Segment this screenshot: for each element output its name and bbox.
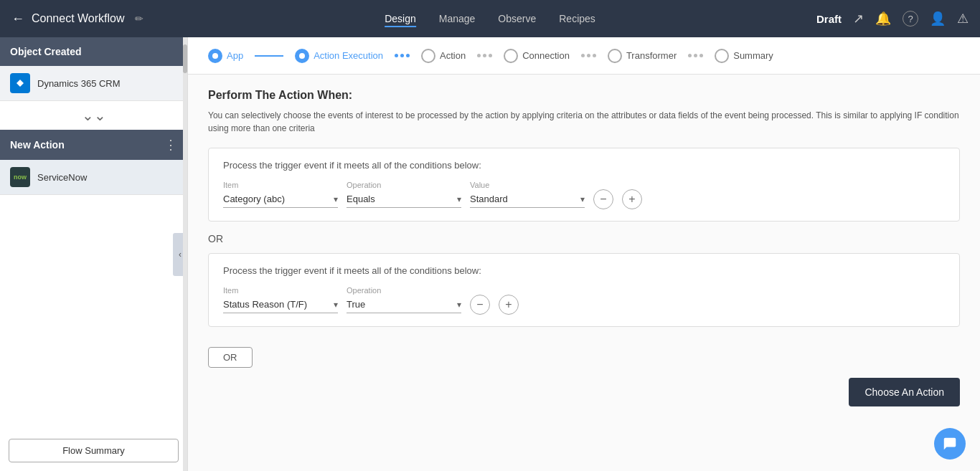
trigger-app-item[interactable]: Dynamics 365 CRM [0,66,187,101]
or-separator: OR [208,233,960,244]
item-label-2: Item [223,286,338,295]
form-area: Perform The Action When: You can selecti… [188,75,980,471]
servicenow-icon: now [10,167,30,187]
trigger-title: Object Created [10,46,82,57]
remove-condition-2[interactable]: − [470,295,490,315]
item-arrow-1: ▾ [334,194,338,204]
workflow-title-label: Connect Workflow [32,12,125,25]
step-dots-4 [581,54,596,57]
dot [477,54,481,57]
add-condition-2[interactable]: + [499,295,519,315]
dot [395,54,398,57]
chevron-area: ⌄⌄ [0,101,187,130]
dot [694,54,697,57]
back-icon: ← [11,11,24,27]
choose-action-button[interactable]: Choose An Action [849,378,960,406]
condition-box-2: Process the trigger event if it meets al… [208,253,960,327]
warning-icon[interactable]: ⚠ [957,11,969,27]
step-line-1 [255,55,283,57]
step-circle-summary [715,49,729,63]
step-action-execution[interactable]: Action Execution [286,37,392,74]
operation-dropdown-2[interactable]: True ▾ [347,296,461,313]
tab-observe[interactable]: Observe [498,10,536,27]
condition-box-1: Process the trigger event if it meets al… [208,148,960,222]
tab-recipes[interactable]: Recipes [559,10,595,27]
item-arrow-2: ▾ [334,300,338,310]
action-app-item[interactable]: now ServiceNow [0,160,187,195]
step-summary[interactable]: Summary [706,37,782,74]
top-nav: ← Object Created Connect Workflow ✏ Desi… [0,0,980,37]
svg-point-0 [212,53,218,59]
svg-point-1 [299,53,305,59]
step-label-app: App [227,50,243,61]
external-link-icon[interactable]: ↗ [853,11,864,27]
dot [587,54,590,57]
value-text-1: Standard [470,194,576,204]
value-field-group-1: Value Standard ▾ [470,181,585,208]
back-button[interactable]: ← Object Created Connect Workflow ✏ [11,11,143,27]
value-label-1: Value [470,181,585,189]
step-label-trans: Transformer [626,50,677,61]
tab-manage[interactable]: Manage [439,10,476,27]
step-app[interactable]: App [199,37,252,74]
item-value-1: Category (abc) [223,194,329,204]
chat-bubble[interactable] [934,428,966,460]
user-icon[interactable]: 👤 [930,11,946,27]
step-circle-conn [504,49,518,63]
main-layout: Object Created Dynamics 365 CRM ⌄⌄ New A… [0,37,980,471]
sidebar-scrollbar[interactable] [183,37,187,471]
top-nav-right: Draft ↗ 🔔 ? 👤 ⚠ [816,11,969,27]
step-nav: App Action Execution Action [188,37,980,75]
sidebar: Object Created Dynamics 365 CRM ⌄⌄ New A… [0,37,188,471]
sidebar-scrollbar-thumb [183,44,187,73]
step-connection[interactable]: Connection [495,37,578,74]
condition-row-2: Item Status Reason (T/F) ▾ Operation Tru… [223,285,945,315]
action-block-header: New Action ⋮ [0,130,187,160]
operation-label-1: Operation [347,181,461,189]
step-transformer[interactable]: Transformer [599,37,685,74]
dynamics365-icon [10,73,30,93]
or-button[interactable]: OR [208,347,253,368]
step-circle-app [208,49,222,63]
condition-title-1: Process the trigger event if it meets al… [223,160,945,171]
sidebar-scroll: Object Created Dynamics 365 CRM ⌄⌄ New A… [0,37,187,430]
operation-dropdown-1[interactable]: Equals ▾ [347,191,461,208]
item-dropdown-2[interactable]: Status Reason (T/F) ▾ [223,296,338,313]
step-action[interactable]: Action [413,37,474,74]
step-circle-action [421,49,435,63]
chevron-down-icon: ⌄⌄ [82,107,106,124]
dot [699,54,703,57]
draft-badge: Draft [816,13,842,25]
operation-field-group-1: Operation Equals ▾ [347,181,461,208]
main-content: App Action Execution Action [188,37,980,471]
dot [688,54,692,57]
operation-value-1: Equals [347,194,453,204]
step-dots-5 [688,54,703,57]
dot [593,54,596,57]
item-dropdown-1[interactable]: Category (abc) ▾ [223,191,338,208]
value-dropdown-1[interactable]: Standard ▾ [470,191,585,208]
step-label-action: Action [440,50,466,61]
item-field-group-1: Item Category (abc) ▾ [223,181,338,208]
step-label-summary: Summary [733,50,773,61]
operation-value-2: True [347,299,453,310]
action-menu-icon[interactable]: ⋮ [164,137,177,153]
step-circle-trans [608,49,622,63]
edit-icon[interactable]: ✏ [135,13,143,24]
step-label-conn: Connection [522,50,570,61]
item-label-1: Item [223,181,338,189]
remove-condition-1[interactable]: − [593,189,613,209]
tab-design[interactable]: Design [385,10,416,27]
collapse-icon: ‹ [179,249,182,260]
step-dots-3 [477,54,492,57]
dot [406,54,410,57]
item-field-group-2: Item Status Reason (T/F) ▾ [223,286,338,313]
action-title: New Action [10,139,65,151]
condition-title-2: Process the trigger event if it meets al… [223,265,945,276]
help-icon[interactable]: ? [903,11,918,27]
flow-summary-button[interactable]: Flow Summary [9,439,179,462]
bell-icon[interactable]: 🔔 [875,11,891,27]
operation-arrow-2: ▾ [457,300,461,310]
add-condition-1[interactable]: + [622,189,642,209]
dot [400,54,404,57]
